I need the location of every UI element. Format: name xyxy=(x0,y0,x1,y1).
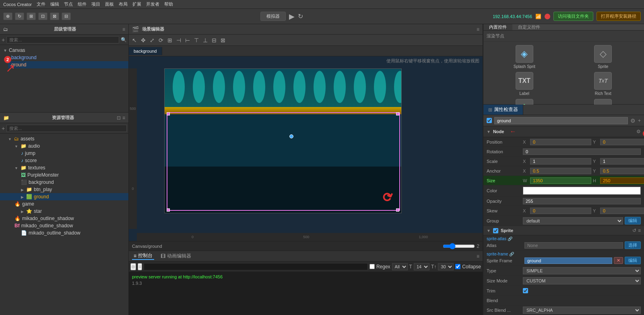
asset-textures[interactable]: 📁 textures xyxy=(0,164,128,171)
sprite-section-header[interactable]: ▼ Sprite ↺ ≡ xyxy=(483,226,644,235)
asset-score[interactable]: ♪ score xyxy=(0,157,128,164)
node-active-checkbox[interactable] xyxy=(487,118,492,123)
asset-ground[interactable]: 🟩 ground xyxy=(0,193,128,200)
menu-project[interactable]: 项目 xyxy=(91,1,100,7)
node-section-gear[interactable]: ⚙ xyxy=(636,129,641,134)
opacity-input[interactable] xyxy=(523,198,641,204)
scene-tool-align4[interactable]: ⊥ xyxy=(201,36,209,44)
asset-jump[interactable]: ♪ jump xyxy=(0,150,128,157)
comp-item-splash[interactable]: ◈ Splash Sprit xyxy=(487,45,562,69)
props-add-icon[interactable]: + xyxy=(638,118,641,124)
console-icon-t[interactable]: T xyxy=(409,264,412,270)
asset-mikado-font[interactable]: Bf mikado_outline_shadow xyxy=(0,222,128,229)
scene-tool-align5[interactable]: ⊟ xyxy=(210,36,218,44)
asset-search-input[interactable] xyxy=(6,125,127,132)
console-size2-select[interactable]: 30 xyxy=(438,263,454,270)
layer-panel-collapse[interactable]: ≡ xyxy=(122,27,125,32)
console-filter-btn[interactable]: ≡ xyxy=(138,263,142,270)
position-y-input[interactable] xyxy=(600,139,644,145)
scene-tab-background[interactable]: background xyxy=(129,47,162,55)
comp-tab-builtin[interactable]: 内置控件 xyxy=(483,24,512,30)
handle-bl[interactable] xyxy=(167,208,170,212)
scene-tool-4[interactable]: ⟳ xyxy=(157,36,165,44)
layer-search-icon[interactable]: 🔍 xyxy=(121,37,127,43)
menu-edit[interactable]: 编辑 xyxy=(50,1,59,7)
menu-node[interactable]: 节点 xyxy=(64,1,73,7)
src-blend-select[interactable]: SRC_ALPHA xyxy=(523,307,641,314)
sprite-frame-edit-btn[interactable]: 编辑 xyxy=(625,257,641,264)
console-tab-anim[interactable]: 🎞 动画编辑器 xyxy=(159,253,193,259)
comp-tab-custom[interactable]: 自定义控件 xyxy=(512,24,546,30)
props-gear-icon[interactable]: ⚙ xyxy=(630,117,636,124)
scene-canvas-area[interactable]: 使用鼠标右键平移视窗焦点，使用滚轮缩放视图 500 0 xyxy=(129,56,483,241)
trim-checkbox[interactable] xyxy=(523,288,528,293)
open-install-btn[interactable]: 打开程序安装路径 xyxy=(597,12,641,21)
atlas-link[interactable]: sprite-atlas 🔗 xyxy=(487,237,641,241)
anchor-y-input[interactable] xyxy=(600,168,644,174)
scene-panel-more[interactable]: ≡ xyxy=(477,27,479,32)
scene-tool-align6[interactable]: ⊠ xyxy=(219,36,227,44)
asset-mikado-file[interactable]: 📄 mikado_outline_shadow xyxy=(0,229,128,237)
toolbar-btn-5[interactable]: ⊠ xyxy=(50,12,59,20)
color-swatch[interactable] xyxy=(523,187,641,195)
rotation-input[interactable] xyxy=(523,148,641,155)
menu-dev[interactable]: 开发者 xyxy=(146,1,159,7)
menu-help[interactable]: 帮助 xyxy=(164,1,173,7)
tree-canvas[interactable]: ▼ Canvas xyxy=(0,47,128,54)
toolbar-btn-6[interactable]: ⊟ xyxy=(62,12,71,20)
visit-files-btn[interactable]: 访问项目文件夹 xyxy=(553,12,593,21)
tree-item-background[interactable]: background xyxy=(8,54,128,61)
zoom-slider[interactable] xyxy=(443,243,475,249)
anchor-x-input[interactable] xyxy=(530,168,591,174)
asset-add-btn[interactable]: + xyxy=(2,125,5,132)
scene-tool-align3[interactable]: ⊤ xyxy=(192,36,200,44)
toolbar-btn-3[interactable]: ⊞ xyxy=(27,12,36,20)
asset-assets[interactable]: 🗂 assets xyxy=(0,135,128,142)
menu-layout[interactable]: 布局 xyxy=(119,1,128,7)
menu-cocos[interactable]: Cocos Creator xyxy=(3,2,32,7)
node-section-header[interactable]: ▼ Node ← ⚙ xyxy=(483,126,644,137)
size-mode-select[interactable]: CUSTOM xyxy=(523,277,641,284)
tree-item-ground[interactable]: ground xyxy=(8,61,128,68)
toolbar-btn-2[interactable]: ↻ xyxy=(15,12,24,20)
scale-x-input[interactable] xyxy=(530,158,591,165)
sprite-frame-clear-btn[interactable]: ✕ xyxy=(614,257,623,264)
menu-file[interactable]: 文件 xyxy=(37,1,45,7)
menu-panel[interactable]: 面板 xyxy=(105,1,114,7)
comp-item-label[interactable]: TXT Label xyxy=(487,72,562,96)
console-icon-t2[interactable]: T↑ xyxy=(431,264,436,270)
toolbar-btn-1[interactable]: ⊕ xyxy=(3,12,12,20)
scene-tool-align2[interactable]: ⊢ xyxy=(184,36,192,44)
type-select[interactable]: SIMPLE xyxy=(523,267,641,274)
scene-tool-align1[interactable]: ⊣ xyxy=(175,36,183,44)
simulator-btn[interactable]: 模拟器 xyxy=(260,12,286,21)
console-search-input[interactable] xyxy=(144,263,368,270)
scene-tool-2[interactable]: ✥ xyxy=(139,36,147,44)
layer-search-input[interactable] xyxy=(6,36,119,43)
console-filter-select[interactable]: All xyxy=(392,263,408,270)
scale-y-input[interactable] xyxy=(600,158,644,165)
asset-background[interactable]: ⬛ None background xyxy=(0,179,128,186)
refresh-btn[interactable]: ↻ xyxy=(298,12,303,20)
console-size-select[interactable]: 14 xyxy=(414,263,429,270)
handle-br[interactable] xyxy=(396,208,399,212)
play-btn[interactable]: ▶ xyxy=(289,12,295,21)
atlas-choose-btn[interactable]: 选择 xyxy=(625,241,641,249)
node-name-input[interactable] xyxy=(494,117,628,124)
scene-tool-3[interactable]: ⤢ xyxy=(148,36,156,44)
regex-checkbox[interactable] xyxy=(369,264,375,269)
console-clear-btn[interactable]: ⊗ xyxy=(130,263,136,270)
asset-panel-new[interactable]: ⊡ xyxy=(117,115,121,121)
group-select[interactable]: default xyxy=(523,217,623,224)
sprite-frame-link[interactable]: sprite-frame 🔗 xyxy=(487,252,641,256)
layer-add-btn[interactable]: + xyxy=(2,37,5,43)
asset-mikado-fire[interactable]: 🔥 mikado_outline_shadow xyxy=(0,215,128,222)
handle-tl[interactable] xyxy=(167,112,170,115)
atlas-input[interactable] xyxy=(524,242,623,249)
inspector-tab[interactable]: ⊞ 属性检查器 xyxy=(483,105,523,115)
handle-tr[interactable] xyxy=(396,112,399,115)
sprite-reset-icon[interactable]: ↺ xyxy=(632,228,636,233)
toolbar-btn-4[interactable]: ⊡ xyxy=(38,12,47,20)
scene-tool-1[interactable]: ↖ xyxy=(130,36,138,44)
position-x-input[interactable] xyxy=(530,139,591,145)
